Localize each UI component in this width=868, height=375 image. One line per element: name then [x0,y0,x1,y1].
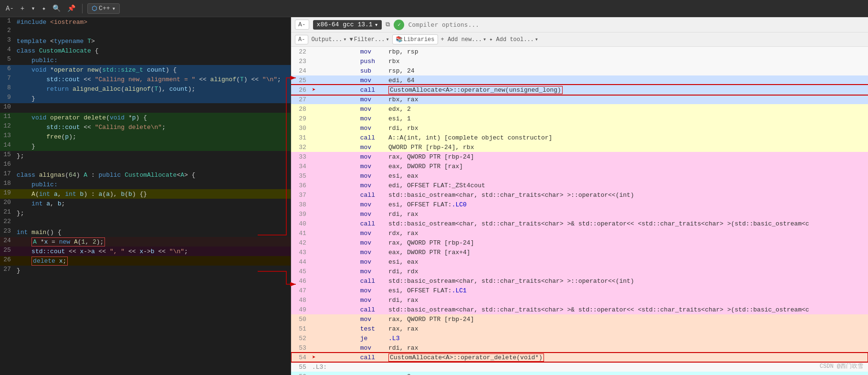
compiler-selector[interactable]: x86-64 gcc 13.1 ▾ [313,20,382,30]
asm-row-31: 31 call A::A(int, int) [complete object … [291,133,868,142]
asm-font-btn[interactable]: A- [295,20,309,30]
source-line-19: 19 A(int a, int b) : a(a), b(b) {} [0,189,291,199]
external-link-icon[interactable]: ⧉ [386,21,390,28]
asm-listing-table: 22 mov rbp, rsp 23 push rbx 24 su [291,47,868,375]
asm-row-54: 54 ➤ call CustomAllocate<A>::operator_de… [291,353,868,362]
asm-row-49: 49 call std::basic_ostream<char, std::ch… [291,305,868,314]
language-label: C++ [99,5,110,12]
add-tool-btn[interactable]: ✦ Add tool... ▾ [489,36,538,43]
asm-row-40: 40 call std::basic_ostream<char, std::ch… [291,219,868,228]
asm-row-29: 29 mov esi, 1 [291,114,868,123]
compiler-name: x86-64 gcc 13.1 [317,21,373,28]
asm-row-27: 27 mov rbx, rax [291,95,868,104]
asm-row-56: 56 mov eax, 0 [291,372,868,375]
asm-row-44: 44 mov esi, eax [291,257,868,267]
asm-row-45: 45 mov rdi, rdx [291,267,868,276]
source-line-21: 21 }; [0,208,291,218]
asm-toolbar: A- x86-64 gcc 13.1 ▾ ⧉ ✓ [291,17,868,32]
asm-row-55: 55 .L3: [291,362,868,372]
font-icon: A- [298,36,305,43]
source-line-1: 1 #include <iostream> [0,17,291,27]
asm-row-25: 25 mov edi, 64 [291,75,868,85]
source-line-11: 11 void operator delete(void *p) { [0,113,291,122]
source-line-2: 2 [0,27,291,36]
dropdown-icon[interactable]: ▾ [29,3,37,13]
output-dropdown-btn[interactable]: Output... ▾ [311,36,346,43]
asm-row-43: 43 mov eax, DWORD PTR [rax+4] [291,247,868,257]
add-icon[interactable]: + [19,4,26,13]
chevron-down-icon: ▾ [343,36,346,43]
chevron-down-icon: ▾ [386,36,389,43]
asm-row-32: 32 mov QWORD PTR [rbp-24], rbx [291,142,868,152]
asm-row-23: 23 push rbx [291,56,868,66]
source-line-9: 9 } [0,94,291,103]
asm-row-33: 33 mov rax, QWORD PTR [rbp-24] [291,152,868,161]
asm-row-38: 38 mov esi, OFFSET FLAT:.LC0 [291,200,868,209]
source-line-23: 23 int main() { [0,227,291,237]
filter-icon: ▼ [349,36,353,43]
font-size-icon[interactable]: A- [4,4,16,13]
cpp-icon: ⬡ [92,5,97,12]
asm-row-39: 39 mov rdi, rax [291,209,868,219]
source-line-14: 14 } [0,141,291,151]
asm-container[interactable]: 22 mov rbp, rsp 23 push rbx 24 su [291,47,868,375]
source-panel: 1 #include <iostream> 2 3 template <type… [0,17,291,375]
source-code-table: 1 #include <iostream> 2 3 template <type… [0,17,291,275]
bookmark-icon[interactable]: ✦ [40,3,48,13]
filter-btn[interactable]: ▼ Filter... ▾ [349,36,389,43]
source-line-18: 18 public: [0,180,291,189]
source-line-22: 22 [0,218,291,227]
source-line-25: 25 std::cout << x->a << ", " << x->b << … [0,246,291,256]
add-new-label: + Add new... [441,36,482,43]
source-line-13: 13 free(p); [0,132,291,141]
asm-row-50: 50 mov rax, QWORD PTR [rbp-24] [291,314,868,324]
pin-icon[interactable]: 📌 [65,3,77,13]
code-container[interactable]: 1 #include <iostream> 2 3 template <type… [0,17,291,375]
run-button[interactable]: ✓ [394,20,404,30]
search-icon[interactable]: 🔍 [51,3,63,13]
source-line-24: 24 A *x = new A(1, 2); [0,237,291,246]
asm-row-47: 47 mov esi, OFFSET FLAT:.LC1 [291,286,868,295]
asm-row-42: 42 mov rax, QWORD PTR [rbp-24] [291,238,868,247]
filter-label: Filter... [354,36,385,43]
asm-row-26: 26 ➤ call CustomAllocate<A>::operator_ne… [291,85,868,95]
asm-row-36: 36 mov edi, OFFSET FLAT:_ZSt4cout [291,181,868,190]
add-tool-label: ✦ Add tool... [489,36,534,43]
top-toolbar: A- + ▾ ✦ 🔍 📌 ⬡ C++ ▾ [0,0,868,17]
chevron-down-icon: ▾ [535,36,538,43]
main-content: 1 #include <iostream> 2 3 template <type… [0,17,868,375]
asm-row-53: 53 mov rdi, rax [291,343,868,353]
source-line-4: 4 class CustomAllocate { [0,46,291,55]
source-line-15: 15 }; [0,151,291,161]
output-btn[interactable]: A- [295,35,308,44]
source-line-17: 17 class alignas(64) A : public CustomAl… [0,170,291,180]
asm-row-24: 24 sub rsp, 24 [291,66,868,75]
compiler-options-input[interactable] [408,21,864,28]
asm-row-37: 37 call std::basic_ostream<char, std::ch… [291,190,868,200]
source-line-3: 3 template <typename T> [0,36,291,46]
source-line-7: 7 std::cout << "Calling new, alignment =… [0,75,291,84]
asm-row-30: 30 mov rdi, rbx [291,123,868,133]
chevron-down-icon: ▾ [112,5,116,12]
source-line-8: 8 return aligned_alloc(alignof(T), count… [0,84,291,94]
asm-row-22: 22 mov rbp, rsp [291,47,868,56]
book-icon: 📚 [396,36,403,43]
source-line-6: 6 void *operator new(std::size_t count) … [0,65,291,75]
source-line-20: 20 int a, b; [0,199,291,208]
asm-row-28: 28 mov edx, 2 [291,104,868,114]
asm-row-48: 48 mov rdi, rax [291,295,868,305]
libraries-btn[interactable]: 📚 Libraries [392,34,438,44]
asm-row-35: 35 mov esi, eax [291,171,868,181]
separator [82,4,83,13]
source-line-27: 27 } [0,266,291,275]
add-new-btn[interactable]: + Add new... ▾ [441,36,487,43]
source-line-10: 10 [0,103,291,113]
language-selector[interactable]: ⬡ C++ ▾ [87,3,120,14]
source-line-12: 12 std::cout << "Calling delete\n"; [0,122,291,132]
asm-row-34: 34 mov eax, DWORD PTR [rax] [291,161,868,171]
libraries-label: Libraries [404,36,435,43]
source-line-5: 5 public: [0,55,291,65]
asm-panel: A- x86-64 gcc 13.1 ▾ ⧉ ✓ A- Output... ▾ [291,17,868,375]
asm-row-52: 52 je .L3 [291,333,868,343]
output-toolbar: A- Output... ▾ ▼ Filter... ▾ 📚 Libraries… [291,32,868,47]
